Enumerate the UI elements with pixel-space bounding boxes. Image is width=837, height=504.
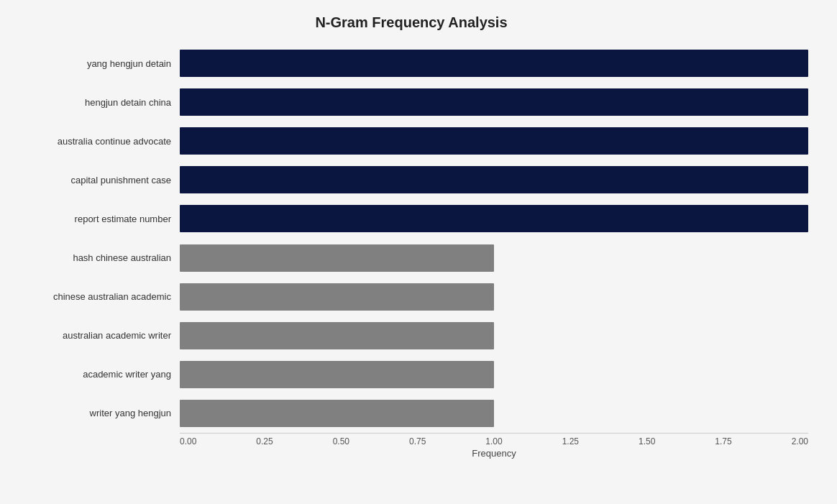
bar-fill bbox=[180, 127, 808, 155]
bar-track bbox=[180, 88, 808, 116]
bars-section: yang hengjun detainhengjun detain chinaa… bbox=[14, 44, 808, 433]
bar-label: hengjun detain china bbox=[14, 97, 180, 108]
bar-fill bbox=[180, 205, 808, 232]
x-axis-label: Frequency bbox=[180, 448, 808, 459]
x-tick: 0.75 bbox=[409, 436, 426, 446]
bar-row: hengjun detain china bbox=[14, 83, 808, 122]
bar-track bbox=[180, 50, 808, 77]
bar-row: chinese australian academic bbox=[14, 278, 808, 316]
bar-label: yang hengjun detain bbox=[14, 58, 180, 69]
bar-track bbox=[180, 244, 808, 272]
x-tick: 0.25 bbox=[256, 436, 273, 446]
axis-section: 0.000.250.500.751.001.251.501.752.00 Fre… bbox=[14, 433, 808, 476]
bar-fill bbox=[180, 166, 808, 193]
x-tick: 1.50 bbox=[639, 436, 655, 446]
bar-label: academic writer yang bbox=[14, 369, 180, 380]
bar-fill bbox=[180, 322, 494, 349]
bar-label: australian academic writer bbox=[14, 330, 180, 341]
chart-container: N-Gram Frequency Analysis yang hengjun d… bbox=[0, 0, 837, 504]
x-tick: 1.00 bbox=[485, 436, 502, 446]
bar-label: report estimate number bbox=[14, 214, 180, 224]
bar-row: australian academic writer bbox=[14, 316, 808, 355]
bar-fill bbox=[180, 244, 494, 272]
chart-inner: yang hengjun detainhengjun detain chinaa… bbox=[14, 44, 808, 476]
chart-title: N-Gram Frequency Analysis bbox=[14, 14, 808, 31]
bar-label: chinese australian academic bbox=[14, 291, 180, 302]
bar-track bbox=[180, 166, 808, 193]
x-tick: 0.50 bbox=[333, 436, 349, 446]
x-tick: 1.25 bbox=[562, 436, 579, 446]
bar-row: yang hengjun detain bbox=[14, 44, 808, 83]
bar-row: australia continue advocate bbox=[14, 122, 808, 160]
x-tick: 2.00 bbox=[792, 436, 808, 446]
bar-row: hash chinese australian bbox=[14, 238, 808, 277]
bar-fill bbox=[180, 283, 494, 311]
bar-label: australia continue advocate bbox=[14, 136, 180, 147]
bar-track bbox=[180, 361, 808, 388]
bar-track bbox=[180, 322, 808, 349]
bar-track bbox=[180, 205, 808, 232]
x-tick: 0.00 bbox=[180, 436, 196, 446]
x-tick: 1.75 bbox=[715, 436, 731, 446]
bar-fill bbox=[180, 400, 494, 427]
bar-label: writer yang hengjun bbox=[14, 408, 180, 418]
bar-row: academic writer yang bbox=[14, 355, 808, 394]
bar-row: report estimate number bbox=[14, 199, 808, 238]
bar-label: capital punishment case bbox=[14, 175, 180, 185]
bar-track bbox=[180, 283, 808, 311]
bar-track bbox=[180, 400, 808, 427]
bar-track bbox=[180, 127, 808, 155]
bar-row: capital punishment case bbox=[14, 160, 808, 199]
bar-fill bbox=[180, 361, 494, 388]
bar-fill bbox=[180, 88, 808, 116]
bar-fill bbox=[180, 50, 808, 77]
bar-row: writer yang hengjun bbox=[14, 394, 808, 433]
bar-label: hash chinese australian bbox=[14, 252, 180, 263]
x-axis-ticks: 0.000.250.500.751.001.251.501.752.00 bbox=[180, 434, 808, 446]
